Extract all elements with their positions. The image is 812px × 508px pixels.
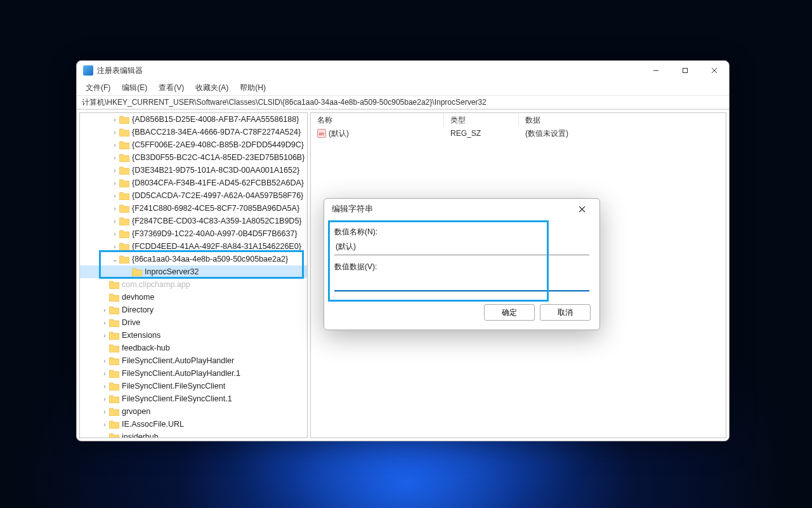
value-name-field[interactable]: (默认) [334, 240, 589, 255]
col-name[interactable]: 名称 [311, 113, 444, 127]
folder-icon [109, 293, 119, 302]
ok-button[interactable]: 确定 [484, 304, 535, 321]
tree-item-label: {BBACC218-34EA-4666-9D7A-C78F2274A524} [132, 128, 301, 137]
string-value-icon: ab [317, 129, 326, 138]
tree-item-label: FileSyncClient.AutoPlayHandler [122, 356, 234, 365]
tree-item-label: {F2847CBE-CD03-4C83-A359-1A8052C1B9D5} [132, 217, 302, 225]
tree-item[interactable]: ›{D3E34B21-9D75-101A-8C3D-00AA001A1652} [80, 164, 307, 177]
list-header: 名称 类型 数据 [311, 113, 726, 127]
tree-item[interactable]: ›{F241C880-6982-4CE5-8CF7-7085BA96DA5A} [80, 202, 307, 215]
close-button[interactable] [700, 61, 729, 80]
chevron-right-icon[interactable]: › [100, 408, 109, 415]
value-data-input[interactable] [334, 275, 589, 291]
tree-item-label: FileSyncClient.AutoPlayHandler.1 [122, 369, 240, 378]
dialog-title: 编辑字符串 [332, 204, 373, 215]
chevron-right-icon[interactable]: › [100, 358, 109, 364]
chevron-right-icon[interactable]: › [100, 396, 109, 403]
value-type: REG_SZ [444, 129, 519, 138]
tree-item[interactable]: ›grvopen [80, 405, 307, 418]
chevron-right-icon[interactable]: › [110, 116, 119, 123]
chevron-right-icon[interactable]: › [110, 231, 119, 237]
tree-item[interactable]: com.clipchamp.app [80, 278, 307, 291]
maximize-button[interactable] [671, 61, 700, 80]
chevron-right-icon[interactable]: › [100, 332, 109, 339]
chevron-right-icon[interactable]: › [100, 370, 109, 377]
chevron-down-icon[interactable]: ⌄ [110, 256, 119, 263]
menu-view[interactable]: 查看(V) [154, 81, 189, 95]
folder-icon [109, 420, 119, 429]
chevron-right-icon[interactable]: › [110, 205, 119, 212]
tree-item[interactable]: insiderhub [80, 431, 307, 438]
folder-icon [109, 408, 119, 416]
chevron-right-icon[interactable]: › [110, 129, 119, 136]
chevron-right-icon[interactable]: › [110, 243, 119, 250]
app-icon [83, 65, 93, 76]
chevron-right-icon[interactable]: › [110, 142, 119, 149]
tree-item[interactable]: ›{C5FF006E-2AE9-408C-B85B-2DFDD5449D9C} [80, 138, 307, 151]
tree-item[interactable]: ›{AD856B15-D25E-4008-AFB7-AFAA55586188} [80, 113, 307, 126]
tree-item[interactable]: ›{F2847CBE-CD03-4C83-A359-1A8052C1B9D5} [80, 215, 307, 227]
col-type[interactable]: 类型 [444, 113, 519, 127]
chevron-right-icon[interactable]: › [110, 167, 119, 174]
folder-icon [119, 255, 129, 264]
chevron-right-icon[interactable]: › [100, 319, 109, 326]
chevron-right-icon[interactable]: › [100, 421, 109, 428]
menu-help[interactable]: 帮助(H) [235, 81, 271, 95]
tree-item[interactable]: ›{F37369D9-1C22-40A0-A997-0B4D5F7B6637} [80, 227, 307, 240]
window-title: 注册表编辑器 [97, 65, 143, 76]
tree-item[interactable]: ⌄{86ca1aa0-34aa-4e8b-a509-50c905bae2a2} [80, 253, 307, 265]
tree-item-label: devhome [122, 293, 154, 302]
tree-item[interactable]: ›FileSyncClient.AutoPlayHandler.1 [80, 367, 307, 380]
chevron-right-icon[interactable]: › [110, 218, 119, 225]
cancel-button[interactable]: 取消 [540, 304, 591, 321]
tree-item-label: Directory [122, 305, 154, 314]
dialog-close-button[interactable] [572, 200, 592, 218]
list-row[interactable]: ab(默认)REG_SZ(数值未设置) [311, 127, 726, 140]
dialog-titlebar[interactable]: 编辑字符串 [324, 199, 599, 219]
folder-icon [119, 154, 129, 162]
tree-item[interactable]: ›Drive [80, 316, 307, 329]
folder-icon [109, 382, 119, 391]
menu-edit[interactable]: 编辑(E) [117, 81, 152, 95]
folder-icon [119, 243, 129, 251]
svg-rect-1 [683, 69, 688, 73]
value-name: (默认) [329, 128, 349, 139]
folder-icon [109, 433, 119, 439]
tree-item[interactable]: ›Extensions [80, 329, 307, 342]
tree-item[interactable]: ›{CB3D0F55-BC2C-4C1A-85ED-23ED75B5106B} [80, 151, 307, 164]
tree-item[interactable]: ›{DD5CACDA-7C2E-4997-A62A-04A597B58F76} [80, 189, 307, 202]
chevron-right-icon[interactable]: › [110, 154, 119, 161]
tree-item[interactable]: ›{BBACC218-34EA-4666-9D7A-C78F2274A524} [80, 126, 307, 138]
folder-icon [119, 128, 129, 137]
tree-item-label: {86ca1aa0-34aa-4e8b-a509-50c905bae2a2} [132, 255, 288, 264]
tree-item[interactable]: devhome [80, 291, 307, 304]
tree-item[interactable]: feedback-hub [80, 342, 307, 354]
tree-item-label: Drive [122, 318, 140, 327]
folder-icon [119, 116, 129, 124]
tree-item-label: {CB3D0F55-BC2C-4C1A-85ED-23ED75B5106B} [132, 153, 304, 162]
tree-item[interactable]: ›Directory [80, 304, 307, 316]
folder-icon [109, 370, 119, 378]
menu-file[interactable]: 文件(F) [81, 81, 115, 95]
tree-item[interactable]: InprocServer32 [80, 265, 307, 278]
tree-item[interactable]: ›IE.AssocFile.URL [80, 418, 307, 431]
tree-pane[interactable]: ›{AD856B15-D25E-4008-AFB7-AFAA55586188}›… [79, 112, 308, 438]
tree-item[interactable]: ›{D8034CFA-F34B-41FE-AD45-62FCBB52A6DA} [80, 177, 307, 189]
tree-item[interactable]: ›FileSyncClient.AutoPlayHandler [80, 354, 307, 367]
tree-item[interactable]: ›FileSyncClient.FileSyncClient.1 [80, 392, 307, 405]
chevron-right-icon[interactable]: › [100, 307, 109, 314]
tree-item[interactable]: ›{FCDD4EED-41AA-492F-8A84-31A1546226E0} [80, 240, 307, 253]
col-data[interactable]: 数据 [519, 113, 726, 127]
titlebar[interactable]: 注册表编辑器 [77, 61, 729, 80]
tree-item[interactable]: ›FileSyncClient.FileSyncClient [80, 380, 307, 392]
chevron-right-icon[interactable]: › [110, 180, 119, 187]
folder-icon [109, 319, 119, 327]
menu-favorites[interactable]: 收藏夹(A) [190, 81, 233, 95]
folder-icon [109, 331, 119, 340]
chevron-right-icon[interactable]: › [100, 383, 109, 390]
tree-item-label: {DD5CACDA-7C2E-4997-A62A-04A597B58F76} [132, 191, 303, 200]
minimize-button[interactable] [641, 61, 671, 80]
chevron-right-icon[interactable]: › [110, 192, 119, 199]
address-bar[interactable]: 计算机\HKEY_CURRENT_USER\Software\Classes\C… [77, 95, 729, 109]
tree-item-label: insiderhub [122, 432, 159, 438]
